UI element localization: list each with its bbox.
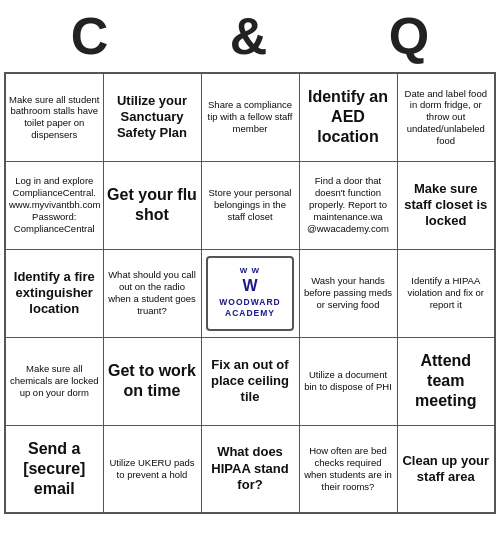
cell-r4-c3: How often are bed checks required when s…: [299, 425, 397, 513]
cell-r1-c4: Make sure staff closet is locked: [397, 161, 495, 249]
cell-r4-c2: What does HIPAA stand for?: [201, 425, 299, 513]
cell-r1-c1: Get your flu shot: [103, 161, 201, 249]
cell-r4-c4: Clean up your staff area: [397, 425, 495, 513]
cell-r2-c0: Identify a fire extinguisher location: [5, 249, 103, 337]
header-amp: &: [230, 6, 268, 66]
cell-r2-c3: Wash your hands before passing meds or s…: [299, 249, 397, 337]
cell-r4-c1: Utilize UKERU pads to prevent a hold: [103, 425, 201, 513]
cell-r0-c4: Date and label food in dorm fridge, or t…: [397, 73, 495, 161]
cell-r3-c0: Make sure all chemicals are locked up on…: [5, 337, 103, 425]
cell-r0-c0: Make sure all student bathroom stalls ha…: [5, 73, 103, 161]
cell-r3-c4: Attend team meeting: [397, 337, 495, 425]
bingo-header: C & Q: [0, 0, 500, 72]
cell-r3-c1: Get to work on time: [103, 337, 201, 425]
cell-r3-c3: Utilize a document bin to dispose of PHI: [299, 337, 397, 425]
cell-r0-c3: Identify an AED location: [299, 73, 397, 161]
bingo-grid: Make sure all student bathroom stalls ha…: [4, 72, 496, 514]
header-q: Q: [389, 6, 429, 66]
cell-r2-c2: W W W WOODWARD ACADEMY: [201, 249, 299, 337]
cell-r1-c2: Store your personal belongings in the st…: [201, 161, 299, 249]
cell-r1-c0: Log in and explore ComplianceCentral. ww…: [5, 161, 103, 249]
cell-r3-c2: Fix an out of place ceiling tile: [201, 337, 299, 425]
cell-r0-c2: Share a compliance tip with a fellow sta…: [201, 73, 299, 161]
cell-r4-c0: Send a [secure] email: [5, 425, 103, 513]
cell-r0-c1: Utilize your Sanctuary Safety Plan: [103, 73, 201, 161]
header-c: C: [71, 6, 109, 66]
cell-r2-c4: Identify a HIPAA violation and fix or re…: [397, 249, 495, 337]
cell-r2-c1: What should you call out on the radio wh…: [103, 249, 201, 337]
cell-r1-c3: Find a door that doesn't function proper…: [299, 161, 397, 249]
